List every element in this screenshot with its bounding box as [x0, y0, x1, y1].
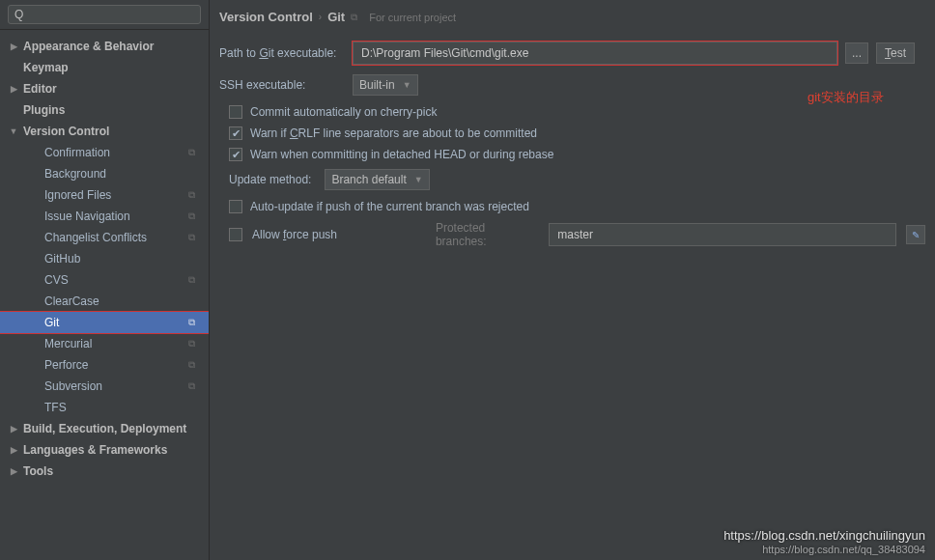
sidebar-item-cvs[interactable]: CVS⧉	[0, 269, 209, 291]
path-row: Path to Git executable: ... Test	[219, 42, 925, 65]
update-row: Update method: Branch default ▼	[229, 169, 925, 190]
auto-update-row[interactable]: Auto-update if push of the current branc…	[229, 200, 925, 213]
update-label: Update method:	[229, 173, 311, 186]
arrow-icon	[8, 126, 19, 136]
arrow-icon	[8, 445, 19, 455]
sidebar-item-perforce[interactable]: Perforce⧉	[0, 354, 209, 376]
search-input[interactable]	[8, 5, 201, 24]
project-scope-icon: ⧉	[351, 12, 357, 23]
warn-crlf-label: Warn if CRLF line separators are about t…	[250, 126, 537, 140]
sidebar-item-background[interactable]: Background	[0, 163, 209, 184]
search-box	[0, 0, 209, 30]
commit-auto-label: Commit automatically on cherry-pick	[250, 105, 437, 119]
sidebar-item-clearcase[interactable]: ClearCase	[0, 291, 209, 312]
protected-branches-input[interactable]	[549, 223, 896, 246]
sidebar-item-plugins[interactable]: Plugins	[0, 99, 209, 121]
arrow-icon	[8, 84, 19, 94]
ssh-value: Built-in	[359, 78, 395, 92]
browse-button[interactable]: ...	[845, 42, 868, 64]
watermark: https://blog.csdn.net/xingchuilingyun ht…	[723, 528, 925, 556]
ssh-combo[interactable]: Built-in ▼	[353, 74, 418, 96]
warn-detached-row[interactable]: Warn when committing in detached HEAD or…	[229, 148, 925, 161]
sidebar-item-keymap[interactable]: Keymap	[0, 57, 209, 78]
settings-tree: Appearance & Behavior Keymap Editor Plug…	[0, 30, 209, 488]
checkbox-icon[interactable]	[229, 200, 242, 213]
arrow-icon	[8, 424, 19, 434]
breadcrumb-parent[interactable]: Version Control	[219, 10, 313, 24]
sidebar-item-github[interactable]: GitHub	[0, 248, 209, 269]
sidebar-item-build[interactable]: Build, Execution, Deployment	[0, 418, 209, 439]
path-label: Path to Git executable:	[219, 46, 345, 60]
project-scope-icon: ⧉	[188, 380, 195, 392]
sidebar-item-issue-navigation[interactable]: Issue Navigation⧉	[0, 206, 209, 227]
chevron-right-icon: ›	[319, 12, 322, 22]
caret-down-icon: ▼	[403, 80, 411, 90]
project-scope-icon: ⧉	[188, 317, 195, 328]
ssh-label: SSH executable:	[219, 78, 345, 92]
path-highlight	[353, 42, 837, 65]
sidebar-item-confirmation[interactable]: Confirmation⧉	[0, 142, 209, 163]
git-path-input[interactable]	[353, 42, 837, 65]
auto-update-label: Auto-update if push of the current branc…	[250, 200, 529, 213]
project-scope-icon: ⧉	[188, 274, 195, 286]
breadcrumb-current: Git	[327, 10, 345, 24]
warn-detached-label: Warn when committing in detached HEAD or…	[250, 148, 553, 161]
commit-auto-row[interactable]: Commit automatically on cherry-pick	[229, 105, 925, 119]
checkbox-checked-icon[interactable]	[229, 126, 242, 140]
checkbox-checked-icon[interactable]	[229, 148, 242, 161]
sidebar-item-tfs[interactable]: TFS	[0, 397, 209, 418]
sidebar-item-version-control[interactable]: Version Control	[0, 121, 209, 142]
project-scope-icon: ⧉	[188, 359, 195, 371]
project-scope-icon: ⧉	[188, 232, 195, 243]
checkbox-icon[interactable]	[229, 105, 242, 119]
sidebar-item-ignored[interactable]: Ignored Files⧉	[0, 184, 209, 206]
breadcrumb: Version Control › Git ⧉ For current proj…	[219, 10, 925, 24]
project-scope-icon: ⧉	[188, 338, 195, 350]
project-scope-icon: ⧉	[188, 189, 195, 201]
allow-force-label: Allow force push	[252, 228, 339, 241]
checkbox-icon[interactable]	[229, 228, 242, 241]
sidebar-item-git[interactable]: Git⧉	[0, 312, 209, 333]
project-scope-icon: ⧉	[188, 210, 195, 222]
protected-label: Protected branches:	[436, 221, 539, 248]
annotation: git安装的目录	[808, 89, 884, 106]
watermark-line2: https://blog.csdn.net/qq_38483094	[723, 544, 925, 556]
main-panel: Version Control › Git ⧉ For current proj…	[210, 0, 935, 560]
expand-icon[interactable]: ✎	[906, 225, 925, 244]
sidebar-item-languages[interactable]: Languages & Frameworks	[0, 439, 209, 461]
watermark-line1: https://blog.csdn.net/xingchuilingyun	[723, 528, 925, 544]
warn-crlf-row[interactable]: Warn if CRLF line separators are about t…	[229, 126, 925, 140]
update-combo[interactable]: Branch default ▼	[325, 169, 429, 190]
force-push-row: Allow force push Protected branches: ✎	[229, 221, 925, 248]
sidebar-item-subversion[interactable]: Subversion⧉	[0, 376, 209, 397]
sidebar-item-mercurial[interactable]: Mercurial⧉	[0, 333, 209, 354]
breadcrumb-hint: For current project	[369, 12, 456, 23]
sidebar-item-appearance[interactable]: Appearance & Behavior	[0, 36, 209, 57]
settings-sidebar: Appearance & Behavior Keymap Editor Plug…	[0, 0, 210, 560]
update-value: Branch default	[331, 173, 406, 186]
project-scope-icon: ⧉	[188, 147, 195, 158]
sidebar-item-changelist[interactable]: Changelist Conflicts⧉	[0, 227, 209, 248]
sidebar-item-tools[interactable]: Tools	[0, 461, 209, 482]
sidebar-item-editor[interactable]: Editor	[0, 78, 209, 99]
caret-down-icon: ▼	[414, 175, 423, 184]
arrow-icon	[8, 42, 19, 51]
test-button[interactable]: Test	[876, 42, 915, 64]
arrow-icon	[8, 466, 19, 476]
